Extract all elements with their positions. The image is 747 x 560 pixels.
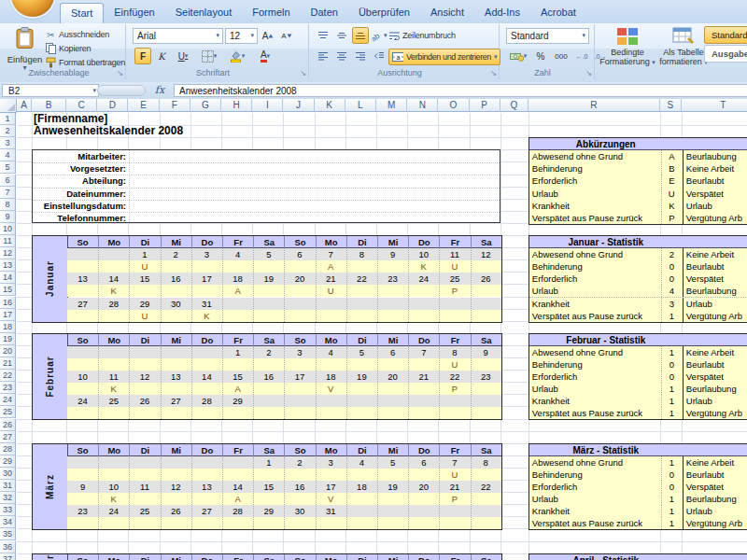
calendar-day-header[interactable]: Do bbox=[191, 334, 222, 346]
calendar-date-cell[interactable]: 9 bbox=[67, 481, 98, 493]
table-note-cell[interactable]: Vergütung Arb bbox=[683, 517, 747, 529]
align-right-button[interactable] bbox=[352, 48, 369, 64]
cut-button[interactable]: ✂ Ausschneiden bbox=[45, 28, 109, 41]
row-header-33[interactable]: 33 bbox=[0, 504, 16, 516]
calendar-day-header[interactable]: Di bbox=[346, 554, 377, 560]
calendar-date-cell[interactable]: 25 bbox=[129, 505, 160, 517]
row-header-29[interactable]: 29 bbox=[0, 455, 16, 468]
table-note-cell[interactable]: Keine Arbeit bbox=[683, 346, 747, 358]
table-note-cell[interactable]: Vergütung Arb bbox=[683, 212, 747, 224]
table-label-cell[interactable]: Abwesend ohne Grund bbox=[529, 248, 662, 260]
wrap-text-button[interactable]: Zeilenumbruch bbox=[388, 29, 456, 42]
table-note-cell[interactable]: Keine Arbeit bbox=[683, 248, 747, 260]
clipboard-dialog-launcher[interactable]: ↘ bbox=[117, 70, 123, 77]
calendar-day-header[interactable]: Sa bbox=[471, 554, 501, 560]
cell-style-standard[interactable]: Standard bbox=[704, 26, 747, 44]
calendar-date-cell[interactable]: 28 bbox=[191, 395, 222, 407]
calendar-date-cell[interactable]: 28 bbox=[98, 298, 129, 310]
calendar-day-header[interactable]: Sa bbox=[253, 554, 284, 560]
alignment-dialog-launcher[interactable]: ↘ bbox=[490, 70, 497, 77]
row-header-9[interactable]: 9 bbox=[0, 211, 16, 223]
ribbon-tab-einfgen[interactable]: Einfügen bbox=[104, 3, 164, 23]
calendar-mark-cell[interactable]: U bbox=[129, 310, 160, 322]
month-label-cell[interactable]: Januar bbox=[33, 236, 68, 322]
column-header-N[interactable]: N bbox=[407, 99, 438, 112]
table-label-cell[interactable]: Krankheit bbox=[529, 395, 662, 407]
calendar-day-header[interactable]: Fr bbox=[222, 334, 253, 346]
table-note-cell[interactable]: Beurlaubt bbox=[683, 469, 747, 481]
calendar-day-header[interactable]: Mi bbox=[377, 236, 408, 248]
calendar-day-header[interactable]: So bbox=[284, 334, 315, 346]
row-header-18[interactable]: 18 bbox=[0, 321, 16, 333]
calendar-date-cell[interactable]: 16 bbox=[253, 371, 284, 383]
underline-button[interactable]: U▾ bbox=[172, 48, 194, 64]
calendar-day-header[interactable]: Sa bbox=[253, 236, 284, 248]
table-label-cell[interactable]: Krankheit bbox=[529, 505, 662, 517]
calendar-date-cell[interactable]: 29 bbox=[129, 298, 160, 310]
calendar-day-header[interactable]: Mi bbox=[161, 236, 191, 248]
row-header-1[interactable]: 1 bbox=[0, 113, 16, 125]
table-value-cell[interactable]: 1 bbox=[661, 505, 683, 517]
ribbon-tab-ansicht[interactable]: Ansicht bbox=[420, 3, 474, 23]
table-row[interactable]: UrlaubUVerspätet bbox=[529, 188, 747, 201]
table-row[interactable]: Abwesend ohne GrundABeurlaubung bbox=[529, 150, 747, 163]
calendar-day-header[interactable]: Mo bbox=[98, 554, 129, 560]
calendar-date-cell[interactable]: 9 bbox=[471, 346, 501, 358]
calendar-mark-cell[interactable]: K bbox=[408, 260, 439, 273]
row-header-15[interactable]: 15 bbox=[0, 284, 16, 296]
row-header-19[interactable]: 19 bbox=[0, 333, 16, 345]
table-label-cell[interactable]: Verspätet aus Pause zurück bbox=[529, 517, 662, 529]
row-header-2[interactable]: 2 bbox=[0, 125, 16, 137]
table-note-cell[interactable]: Urlaub bbox=[683, 395, 747, 407]
calendar-date-cell[interactable]: 19 bbox=[253, 273, 284, 285]
calendar-mark-cell[interactable]: A bbox=[222, 493, 253, 505]
table-label-cell[interactable]: Behinderung bbox=[529, 162, 662, 175]
column-header-I[interactable]: I bbox=[252, 99, 283, 112]
calendar-mark-cell[interactable]: U bbox=[129, 260, 160, 273]
table-value-cell[interactable]: 0 bbox=[661, 260, 683, 273]
table-row[interactable]: KrankheitKUrlaub bbox=[529, 200, 747, 213]
row-header-35[interactable]: 35 bbox=[0, 528, 16, 540]
increase-decimal-button[interactable]: ←.0 bbox=[573, 48, 590, 64]
table-label-cell[interactable]: Erforderlich bbox=[529, 481, 662, 493]
row-header-34[interactable]: 34 bbox=[0, 516, 16, 528]
row-header-28[interactable]: 28 bbox=[0, 443, 16, 455]
calendar-day-header[interactable]: Di bbox=[346, 444, 377, 456]
row-header-8[interactable]: 8 bbox=[0, 199, 16, 211]
row-header-16[interactable]: 16 bbox=[0, 297, 16, 309]
calendar-date-cell[interactable]: 3 bbox=[191, 248, 222, 260]
calendar-day-header[interactable]: Mo bbox=[316, 444, 346, 456]
table-value-cell[interactable]: 0 bbox=[661, 358, 683, 371]
calendar-day-header[interactable]: Mo bbox=[316, 334, 346, 346]
calendar-day-header[interactable]: So bbox=[67, 236, 98, 248]
ribbon-tab-start[interactable]: Start bbox=[60, 3, 104, 24]
table-note-cell[interactable]: Beurlaubung bbox=[683, 285, 747, 297]
calendar-date-cell[interactable]: 6 bbox=[284, 248, 315, 260]
table-row[interactable]: Verspätet aus Pause zurückPVergütung Arb bbox=[529, 212, 747, 224]
calendar-date-cell[interactable]: 12 bbox=[129, 371, 160, 383]
table-row[interactable]: Erforderlich0Verspätet bbox=[529, 371, 747, 384]
calendar-date-cell[interactable]: 27 bbox=[161, 395, 191, 407]
table-value-cell[interactable]: 1 bbox=[661, 395, 683, 407]
table-row[interactable]: Abwesend ohne Grund2Keine Arbeit bbox=[529, 248, 747, 261]
table-value-cell[interactable]: 1 bbox=[661, 456, 683, 469]
table-row[interactable]: Verspätet aus Pause zurück1Vergütung Arb bbox=[529, 407, 747, 419]
calendar-day-header[interactable]: So bbox=[284, 444, 315, 456]
calendar-date-cell[interactable]: 16 bbox=[284, 481, 315, 493]
table-note-cell[interactable]: Beurlaubt bbox=[683, 260, 747, 273]
info-row[interactable]: Abteilung: bbox=[33, 175, 500, 188]
calendar-date-cell[interactable]: 26 bbox=[161, 505, 191, 517]
table-row[interactable]: Krankheit1Urlaub bbox=[529, 395, 747, 408]
calendar-day-header[interactable]: Do bbox=[408, 334, 439, 346]
calendar-date-cell[interactable]: 12 bbox=[471, 248, 501, 260]
calendar-date-cell[interactable]: 29 bbox=[253, 505, 284, 517]
calendar-day-header[interactable]: Mi bbox=[161, 554, 191, 560]
calendar-date-cell[interactable]: 25 bbox=[439, 273, 470, 285]
table-row[interactable]: Verspätet aus Pause zurück1Vergütung Arb bbox=[529, 517, 747, 529]
column-header-P[interactable]: P bbox=[470, 99, 500, 112]
table-value-cell[interactable]: 1 bbox=[661, 493, 683, 505]
calendar-day-header[interactable]: Fr bbox=[439, 334, 470, 346]
table-label-cell[interactable]: Urlaub bbox=[529, 188, 662, 200]
row-header-14[interactable]: 14 bbox=[0, 272, 16, 284]
table-note-cell[interactable]: Urlaub bbox=[683, 298, 747, 310]
